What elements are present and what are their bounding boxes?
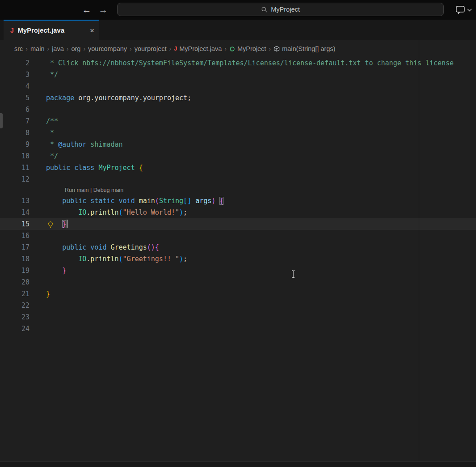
breadcrumb-separator: › <box>23 45 30 52</box>
breadcrumb-item-label: java <box>52 45 64 52</box>
code-line-6[interactable]: 6 <box>0 104 476 115</box>
code-text <box>29 81 46 92</box>
code-line-5[interactable]: 5package org.yourcompany.yourproject; <box>0 92 476 104</box>
line-number[interactable]: 12 <box>0 174 29 185</box>
code-line-4[interactable]: 4 <box>0 81 476 92</box>
tab-close-icon[interactable]: × <box>90 27 94 34</box>
back-button[interactable]: ← <box>80 3 93 17</box>
code-line-19[interactable]: 19 } <box>0 265 476 276</box>
breadcrumb-item[interactable]: main(String[] args) <box>274 45 335 52</box>
text-cursor <box>67 220 67 228</box>
left-edge-scroll-indicator[interactable] <box>0 113 3 128</box>
line-number[interactable]: 18 <box>0 253 29 265</box>
command-center-search[interactable]: MyProject <box>117 3 444 16</box>
code-line-9[interactable]: 9 * @author shimadan <box>0 139 476 150</box>
code-line-22[interactable]: 22 <box>0 300 476 311</box>
line-number[interactable]: 4 <box>0 81 29 92</box>
breadcrumb-item-label: yourproject <box>135 45 167 52</box>
method-symbol-icon <box>274 46 280 52</box>
code-text <box>29 174 46 185</box>
code-text: /** <box>29 115 58 127</box>
breadcrumb-item[interactable]: org <box>71 45 80 52</box>
code-line-11[interactable]: 11public class MyProject { <box>0 162 476 174</box>
code-text: package org.yourcompany.yourproject; <box>29 92 191 104</box>
code-line-24[interactable]: 24 <box>0 323 476 335</box>
editor-tab-bar: J MyProject.java × <box>0 20 476 40</box>
forward-button[interactable]: → <box>97 3 110 17</box>
status-bar <box>0 461 476 467</box>
code-line-8[interactable]: 8 * <box>0 127 476 139</box>
breadcrumb-item[interactable]: yourproject <box>135 45 167 52</box>
code-line-23[interactable]: 23 <box>0 311 476 323</box>
code-line-3[interactable]: 3 */ <box>0 69 476 81</box>
forward-arrow-icon: → <box>99 4 108 15</box>
breadcrumb-item-label: MyProject.java <box>179 45 222 52</box>
code-line-15[interactable]: 15 } <box>0 218 476 230</box>
code-text: */ <box>29 150 58 162</box>
line-number[interactable]: 11 <box>0 162 29 174</box>
code-text: * <box>29 127 54 139</box>
code-text <box>29 230 46 242</box>
mouse-cursor-ibeam <box>290 270 296 280</box>
vertical-ruler-breadcrumb-segment <box>419 40 419 57</box>
line-number[interactable]: 19 <box>0 265 29 276</box>
code-text: } <box>29 288 50 300</box>
breadcrumb-item-label: org <box>71 45 80 52</box>
code-text: * @author shimadan <box>29 139 123 150</box>
line-number[interactable]: 24 <box>0 323 29 335</box>
code-text: */ <box>29 69 58 81</box>
line-number[interactable]: 5 <box>0 92 29 104</box>
code-line-18[interactable]: 18 IO.println("Greetings!! "); <box>0 253 476 265</box>
line-number[interactable]: 17 <box>0 242 29 253</box>
line-number[interactable]: 14 <box>0 207 29 218</box>
breadcrumb-item-label: main(String[] args) <box>282 45 335 52</box>
code-text: IO.println("Hello World!"); <box>29 207 187 218</box>
chat-icon <box>455 5 466 14</box>
java-file-icon: J <box>174 46 177 52</box>
breadcrumb-item[interactable]: MyProject <box>229 45 266 52</box>
lightbulb-icon[interactable] <box>47 220 54 227</box>
code-text <box>29 300 46 311</box>
breadcrumb: src›main›java›org›yourcompany›yourprojec… <box>0 40 476 57</box>
code-line-21[interactable]: 21} <box>0 288 476 300</box>
code-line-14[interactable]: 14 IO.println("Hello World!"); <box>0 207 476 218</box>
code-line-7[interactable]: 7/** <box>0 115 476 127</box>
line-number[interactable]: 20 <box>0 276 29 288</box>
line-number[interactable]: 6 <box>0 104 29 115</box>
code-line-16[interactable]: 16 <box>0 230 476 242</box>
tab-label: MyProject.java <box>18 27 64 34</box>
code-lens[interactable]: Run main | Debug main <box>0 185 476 195</box>
code-line-20[interactable]: 20 <box>0 276 476 288</box>
line-number[interactable]: 22 <box>0 300 29 311</box>
code-text <box>29 311 46 323</box>
search-query-text: MyProject <box>271 6 299 13</box>
line-number[interactable]: 23 <box>0 311 29 323</box>
code-editor: 2 * Click nbfs://nbhost/SystemFileSystem… <box>0 57 476 461</box>
line-number[interactable]: 15 <box>0 218 29 230</box>
code-line-12[interactable]: 12 <box>0 174 476 185</box>
code-text: } <box>29 265 66 276</box>
tab-myproject-java[interactable]: J MyProject.java × <box>4 20 99 40</box>
breadcrumb-item-label: main <box>30 45 44 52</box>
breadcrumb-item[interactable]: yourcompany <box>88 45 127 52</box>
breadcrumb-item[interactable]: java <box>52 45 64 52</box>
line-number[interactable]: 21 <box>0 288 29 300</box>
code-line-2[interactable]: 2 * Click nbfs://nbhost/SystemFileSystem… <box>0 57 476 69</box>
line-number[interactable]: 13 <box>0 195 29 207</box>
code-line-10[interactable]: 10 */ <box>0 150 476 162</box>
line-number[interactable]: 2 <box>0 57 29 69</box>
line-number[interactable]: 10 <box>0 150 29 162</box>
line-number[interactable]: 3 <box>0 69 29 81</box>
line-number[interactable]: 16 <box>0 230 29 242</box>
line-number[interactable]: 8 <box>0 127 29 139</box>
breadcrumb-separator: › <box>44 45 52 52</box>
breadcrumb-item[interactable]: main <box>30 45 44 52</box>
code-line-13[interactable]: 13 public static void main(String[] args… <box>0 195 476 207</box>
line-number[interactable]: 7 <box>0 115 29 127</box>
code-line-17[interactable]: 17 public void Greetings(){ <box>0 242 476 253</box>
chat-menu-button[interactable] <box>454 4 473 16</box>
breadcrumb-item[interactable]: src <box>14 45 23 52</box>
line-number[interactable]: 9 <box>0 139 29 150</box>
breadcrumb-separator: › <box>167 45 174 52</box>
breadcrumb-item[interactable]: JMyProject.java <box>174 45 222 52</box>
